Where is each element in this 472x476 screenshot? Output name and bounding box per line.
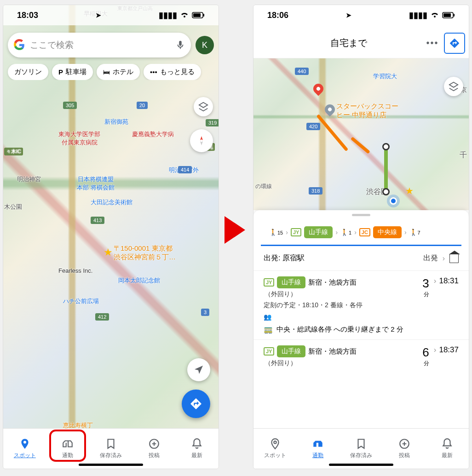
wifi-icon [180,12,189,18]
map-label: 明治神宮 [17,175,41,184]
nav-saved[interactable]: 保存済み [340,429,383,469]
pin-icon [269,438,281,450]
pin-icon [19,438,31,450]
commute-icon [312,438,324,450]
avatar-letter: K [202,40,207,50]
search-row: ここで検索 K [8,33,214,57]
road-badge: 319 [206,119,219,126]
route-waypoint [382,143,390,150]
map-label: 〒150-0001 東京都 渋谷区神宮前５丁… [114,244,176,262]
line-badge: 山手線 [277,276,305,288]
location-arrow-icon: ➤ [96,11,101,19]
chevron-icon: › [286,229,288,236]
cell-signal-icon: ▮▮▮▮ [409,10,427,20]
phone-left: 18:03 ➤ ▮▮▮▮ ここで検索 K ガソリン P駐車場 [3,5,219,469]
line-code: JY [264,347,274,356]
sheet-handle[interactable] [352,214,370,216]
map-label: 大田記念美術館 [91,198,132,206]
walk-icon: 🚶 [340,229,348,236]
train-detail: 定刻の予定・18:10・2 番線・各停 [264,301,418,310]
arrival-time: › 18:37 [434,345,459,355]
chevron-icon: › [354,229,357,236]
cell-signal-icon: ▮▮▮▮ [159,10,177,20]
phone-right: 18:06 ➤ ▮▮▮▮ 自宅まで ••• 440 420 318 学習院大 ス… [253,5,469,469]
bottom-nav: スポット 通勤 保存済み 投稿 最新 [3,428,219,469]
map-label: 東海大学医学部 付属東京病院 [58,130,100,147]
nav-updates[interactable]: 最新 [175,429,219,469]
layers-button[interactable] [444,77,463,96]
chip-gas[interactable]: ガソリン [8,64,48,80]
star-marker-icon[interactable]: ★ [405,185,414,196]
chip-hotel[interactable]: 🛏ホテル [97,64,140,80]
route-waypoint [382,188,390,195]
nav-spot[interactable]: スポット [3,429,46,469]
chevron-icon: › [434,276,437,286]
my-location-button[interactable] [187,358,210,381]
home-indicator[interactable] [79,464,143,466]
directions-fab[interactable] [182,390,210,418]
google-logo-icon [13,39,25,51]
train-option[interactable]: JY 山手線 新宿・池袋方面 （外回り） 6 分 › 18:37 [253,339,469,373]
line-code: JY [264,278,274,287]
status-bar: 18:06 ➤ ▮▮▮▮ [253,5,469,25]
line-badge: 山手線 [277,345,305,357]
arrival-time: › 18:31 [434,276,459,286]
map-label: 日本将棋連盟 本部 将棋会館 [77,175,115,192]
nav-contribute[interactable]: 投稿 [132,429,176,469]
depart-action[interactable]: 出発 [423,253,438,263]
map-label: Fearless Inc. [58,267,92,274]
route-green [384,146,388,192]
chip-parking[interactable]: P駐車場 [52,64,93,80]
more-menu-icon[interactable]: ••• [421,38,444,48]
status-bar: 18:03 ➤ ▮▮▮▮ [3,5,219,25]
nav-spot[interactable]: スポット [253,429,297,469]
battery-icon [442,12,455,18]
walk-step: 🚶1 [340,229,351,236]
bell-icon [441,438,453,450]
bookmark-icon [105,438,117,450]
nav-contribute[interactable]: 投稿 [383,429,426,469]
train-loop: （外回り） [265,290,418,298]
wifi-icon [430,12,439,18]
status-right: ▮▮▮▮ [159,10,205,20]
nav-saved[interactable]: 保存済み [89,429,132,469]
status-time: 18:06 [267,11,288,20]
nav-updates[interactable]: 最新 [426,429,469,469]
departure-station: 出発: 原宿駅 [264,253,305,263]
train-option[interactable]: JY 山手線 新宿・池袋方面 （外回り） 定刻の予定・18:10・2 番線・各停… [253,270,469,339]
route-sequence[interactable]: 🚶15 › JY 山手線 › 🚶1 › JC 中央線 › 🚶7 [261,220,461,246]
commute-icon [62,438,74,450]
road-badge: 414 [178,166,192,173]
map-label: スターバックスコー ヒー 中野通り店 [336,102,398,120]
map-label: 慶應義塾大学病 [132,130,174,138]
nav-commute[interactable]: 通勤 [297,429,340,469]
home-indicator[interactable] [329,464,393,466]
map-label: 木公園 [4,203,22,211]
svg-rect-5 [443,13,451,17]
route-map[interactable]: 440 420 318 学習院大 スターバックスコー ヒー 中野通り店 渋谷区 … [253,58,469,210]
search-box[interactable]: ここで検索 [8,33,191,57]
walk-icon: 🚶 [409,229,417,236]
train-direction: 新宿・池袋方面 [308,347,357,356]
route-sheet[interactable]: 🚶15 › JY 山手線 › 🚶1 › JC 中央線 › 🚶7 出発: 原宿駅 … [253,210,469,428]
star-marker-icon[interactable]: ★ [104,247,113,258]
compass-button[interactable] [190,129,213,152]
plus-circle-icon [398,438,410,450]
layers-button[interactable] [194,97,213,116]
start-nav-button[interactable] [444,33,465,54]
home-icon[interactable] [449,254,459,263]
train-loop: （外回り） [265,359,418,367]
map-label: の環線 [255,183,272,190]
chip-more[interactable]: •••もっと見る [144,64,201,80]
battery-icon [192,12,205,18]
svg-point-7 [274,441,276,443]
road-badge: 440 [295,68,309,75]
status-right: ▮▮▮▮ [409,10,455,20]
mic-icon[interactable] [175,40,185,50]
road-badge: 318 [309,187,322,195]
profile-avatar[interactable]: K [196,36,214,54]
status-time: 18:03 [17,11,38,20]
transition-arrow-icon [224,216,245,244]
nav-commute[interactable]: 通勤 [46,429,90,469]
chevron-icon: › [404,229,407,236]
